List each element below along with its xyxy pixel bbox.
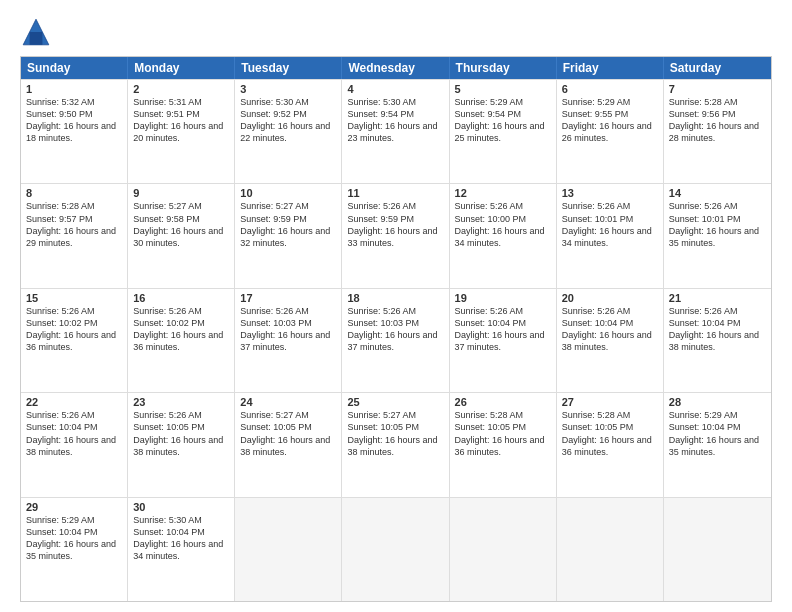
day-header-wednesday: Wednesday bbox=[342, 57, 449, 79]
empty-cell bbox=[557, 498, 664, 601]
day-info: Sunrise: 5:27 AMSunset: 10:05 PMDaylight… bbox=[347, 409, 443, 458]
day-cell-22: 22Sunrise: 5:26 AMSunset: 10:04 PMDaylig… bbox=[21, 393, 128, 496]
day-cell-4: 4Sunrise: 5:30 AMSunset: 9:54 PMDaylight… bbox=[342, 80, 449, 183]
day-info: Sunrise: 5:29 AMSunset: 9:54 PMDaylight:… bbox=[455, 96, 551, 145]
day-info: Sunrise: 5:31 AMSunset: 9:51 PMDaylight:… bbox=[133, 96, 229, 145]
sunrise-label: Sunrise: 5:29 AM bbox=[669, 410, 738, 420]
daylight-label: Daylight: 16 hours and 35 minutes. bbox=[669, 226, 759, 248]
sunrise-label: Sunrise: 5:28 AM bbox=[562, 410, 631, 420]
daylight-label: Daylight: 16 hours and 37 minutes. bbox=[455, 330, 545, 352]
daylight-label: Daylight: 16 hours and 38 minutes. bbox=[26, 435, 116, 457]
day-header-friday: Friday bbox=[557, 57, 664, 79]
daylight-label: Daylight: 16 hours and 35 minutes. bbox=[26, 539, 116, 561]
sunrise-label: Sunrise: 5:26 AM bbox=[669, 201, 738, 211]
day-number: 27 bbox=[562, 396, 658, 408]
sunset-label: Sunset: 10:03 PM bbox=[347, 318, 419, 328]
daylight-label: Daylight: 16 hours and 36 minutes. bbox=[133, 330, 223, 352]
day-number: 20 bbox=[562, 292, 658, 304]
day-cell-2: 2Sunrise: 5:31 AMSunset: 9:51 PMDaylight… bbox=[128, 80, 235, 183]
sunset-label: Sunset: 10:04 PM bbox=[562, 318, 634, 328]
day-number: 10 bbox=[240, 187, 336, 199]
daylight-label: Daylight: 16 hours and 20 minutes. bbox=[133, 121, 223, 143]
empty-cell bbox=[235, 498, 342, 601]
day-number: 4 bbox=[347, 83, 443, 95]
day-info: Sunrise: 5:30 AMSunset: 9:54 PMDaylight:… bbox=[347, 96, 443, 145]
daylight-label: Daylight: 16 hours and 26 minutes. bbox=[562, 121, 652, 143]
day-info: Sunrise: 5:26 AMSunset: 10:04 PMDaylight… bbox=[26, 409, 122, 458]
day-header-tuesday: Tuesday bbox=[235, 57, 342, 79]
day-info: Sunrise: 5:28 AMSunset: 10:05 PMDaylight… bbox=[455, 409, 551, 458]
day-info: Sunrise: 5:26 AMSunset: 10:02 PMDaylight… bbox=[133, 305, 229, 354]
sunset-label: Sunset: 10:02 PM bbox=[133, 318, 205, 328]
sunrise-label: Sunrise: 5:26 AM bbox=[455, 306, 524, 316]
day-info: Sunrise: 5:26 AMSunset: 10:04 PMDaylight… bbox=[455, 305, 551, 354]
day-cell-3: 3Sunrise: 5:30 AMSunset: 9:52 PMDaylight… bbox=[235, 80, 342, 183]
sunset-label: Sunset: 10:04 PM bbox=[133, 527, 205, 537]
daylight-label: Daylight: 16 hours and 23 minutes. bbox=[347, 121, 437, 143]
day-info: Sunrise: 5:26 AMSunset: 10:03 PMDaylight… bbox=[347, 305, 443, 354]
day-cell-1: 1Sunrise: 5:32 AMSunset: 9:50 PMDaylight… bbox=[21, 80, 128, 183]
sunset-label: Sunset: 9:59 PM bbox=[240, 214, 307, 224]
day-cell-24: 24Sunrise: 5:27 AMSunset: 10:05 PMDaylig… bbox=[235, 393, 342, 496]
sunrise-label: Sunrise: 5:27 AM bbox=[240, 410, 309, 420]
daylight-label: Daylight: 16 hours and 34 minutes. bbox=[562, 226, 652, 248]
sunrise-label: Sunrise: 5:26 AM bbox=[240, 306, 309, 316]
sunset-label: Sunset: 10:04 PM bbox=[26, 422, 98, 432]
day-cell-6: 6Sunrise: 5:29 AMSunset: 9:55 PMDaylight… bbox=[557, 80, 664, 183]
sunset-label: Sunset: 10:04 PM bbox=[455, 318, 527, 328]
day-number: 16 bbox=[133, 292, 229, 304]
day-cell-7: 7Sunrise: 5:28 AMSunset: 9:56 PMDaylight… bbox=[664, 80, 771, 183]
day-number: 23 bbox=[133, 396, 229, 408]
week-row-2: 8Sunrise: 5:28 AMSunset: 9:57 PMDaylight… bbox=[21, 183, 771, 287]
day-number: 29 bbox=[26, 501, 122, 513]
daylight-label: Daylight: 16 hours and 28 minutes. bbox=[669, 121, 759, 143]
daylight-label: Daylight: 16 hours and 38 minutes. bbox=[133, 435, 223, 457]
day-info: Sunrise: 5:30 AMSunset: 9:52 PMDaylight:… bbox=[240, 96, 336, 145]
logo-icon bbox=[20, 16, 52, 48]
day-info: Sunrise: 5:26 AMSunset: 10:00 PMDaylight… bbox=[455, 200, 551, 249]
day-number: 3 bbox=[240, 83, 336, 95]
sunset-label: Sunset: 10:03 PM bbox=[240, 318, 312, 328]
day-cell-21: 21Sunrise: 5:26 AMSunset: 10:04 PMDaylig… bbox=[664, 289, 771, 392]
day-number: 15 bbox=[26, 292, 122, 304]
sunset-label: Sunset: 10:01 PM bbox=[562, 214, 634, 224]
daylight-label: Daylight: 16 hours and 25 minutes. bbox=[455, 121, 545, 143]
sunset-label: Sunset: 10:05 PM bbox=[133, 422, 205, 432]
day-number: 24 bbox=[240, 396, 336, 408]
day-cell-23: 23Sunrise: 5:26 AMSunset: 10:05 PMDaylig… bbox=[128, 393, 235, 496]
sunrise-label: Sunrise: 5:32 AM bbox=[26, 97, 95, 107]
empty-cell bbox=[664, 498, 771, 601]
sunrise-label: Sunrise: 5:26 AM bbox=[669, 306, 738, 316]
day-number: 11 bbox=[347, 187, 443, 199]
daylight-label: Daylight: 16 hours and 36 minutes. bbox=[26, 330, 116, 352]
daylight-label: Daylight: 16 hours and 38 minutes. bbox=[562, 330, 652, 352]
day-cell-5: 5Sunrise: 5:29 AMSunset: 9:54 PMDaylight… bbox=[450, 80, 557, 183]
header bbox=[20, 16, 772, 48]
day-number: 1 bbox=[26, 83, 122, 95]
day-number: 14 bbox=[669, 187, 766, 199]
day-info: Sunrise: 5:27 AMSunset: 9:58 PMDaylight:… bbox=[133, 200, 229, 249]
day-info: Sunrise: 5:28 AMSunset: 10:05 PMDaylight… bbox=[562, 409, 658, 458]
daylight-label: Daylight: 16 hours and 18 minutes. bbox=[26, 121, 116, 143]
day-cell-30: 30Sunrise: 5:30 AMSunset: 10:04 PMDaylig… bbox=[128, 498, 235, 601]
day-header-saturday: Saturday bbox=[664, 57, 771, 79]
calendar: SundayMondayTuesdayWednesdayThursdayFrid… bbox=[20, 56, 772, 602]
daylight-label: Daylight: 16 hours and 29 minutes. bbox=[26, 226, 116, 248]
day-info: Sunrise: 5:28 AMSunset: 9:56 PMDaylight:… bbox=[669, 96, 766, 145]
day-info: Sunrise: 5:26 AMSunset: 10:02 PMDaylight… bbox=[26, 305, 122, 354]
sunset-label: Sunset: 9:51 PM bbox=[133, 109, 200, 119]
daylight-label: Daylight: 16 hours and 34 minutes. bbox=[133, 539, 223, 561]
sunrise-label: Sunrise: 5:27 AM bbox=[347, 410, 416, 420]
day-header-monday: Monday bbox=[128, 57, 235, 79]
day-cell-27: 27Sunrise: 5:28 AMSunset: 10:05 PMDaylig… bbox=[557, 393, 664, 496]
daylight-label: Daylight: 16 hours and 32 minutes. bbox=[240, 226, 330, 248]
day-cell-8: 8Sunrise: 5:28 AMSunset: 9:57 PMDaylight… bbox=[21, 184, 128, 287]
day-number: 28 bbox=[669, 396, 766, 408]
sunset-label: Sunset: 10:01 PM bbox=[669, 214, 741, 224]
daylight-label: Daylight: 16 hours and 38 minutes. bbox=[347, 435, 437, 457]
empty-cell bbox=[342, 498, 449, 601]
day-number: 26 bbox=[455, 396, 551, 408]
daylight-label: Daylight: 16 hours and 34 minutes. bbox=[455, 226, 545, 248]
day-info: Sunrise: 5:27 AMSunset: 9:59 PMDaylight:… bbox=[240, 200, 336, 249]
day-cell-17: 17Sunrise: 5:26 AMSunset: 10:03 PMDaylig… bbox=[235, 289, 342, 392]
